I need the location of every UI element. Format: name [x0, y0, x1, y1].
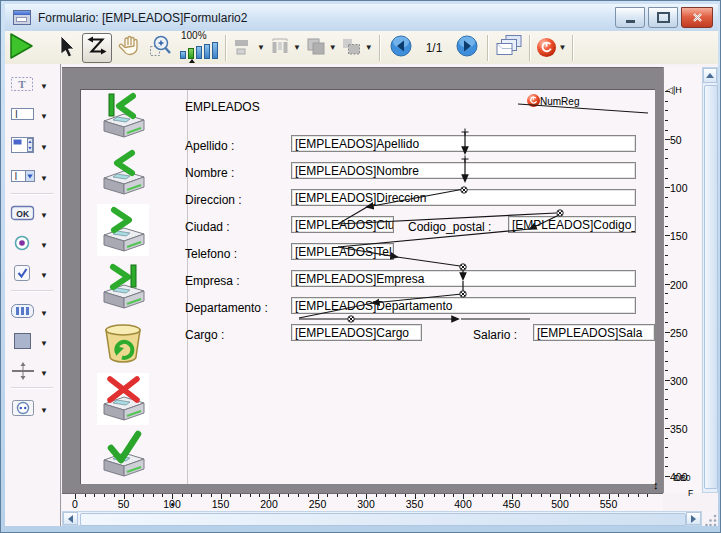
chevron-down-icon[interactable]: ▼ — [40, 143, 48, 152]
field-input-telefono[interactable]: [EMPLEADOS]Tel — [291, 243, 394, 260]
button-control-icon: OK — [10, 203, 36, 227]
palette-item-button-control[interactable]: OK▼ — [10, 204, 56, 226]
ruler-tick — [337, 494, 338, 497]
select-button[interactable] — [50, 33, 80, 63]
field-input-ciudad[interactable]: [EMPLEADOS]Ciu — [291, 216, 394, 233]
field-input-salario[interactable]: [EMPLEADOS]Sala — [533, 324, 655, 341]
chevron-down-icon[interactable]: ▼ — [257, 43, 265, 52]
reset-record-button[interactable] — [97, 317, 149, 369]
palette-item-button-group[interactable]: ▼ — [10, 302, 56, 324]
field-label-nombre[interactable]: Nombre : — [185, 166, 234, 180]
field-input-empresa[interactable]: [EMPLEADOS]Empresa — [291, 270, 636, 287]
chevron-down-icon[interactable]: ▼ — [40, 339, 48, 348]
scroll-left-button[interactable] — [63, 512, 78, 525]
cursor-position-marker — [171, 503, 174, 506]
chevron-down-icon[interactable]: ▼ — [40, 112, 48, 121]
run-button[interactable] — [6, 33, 36, 63]
form-surface[interactable]: EMPLEADOS NumReg Apellido :[EMPLEADOS]Ap… — [80, 89, 655, 484]
chevron-down-icon[interactable]: ▼ — [40, 174, 48, 183]
chevron-down-icon[interactable]: ▼ — [40, 241, 48, 250]
field-label-departamento[interactable]: Departamento : — [185, 301, 268, 315]
toolbar-separator — [487, 35, 489, 61]
palette-item-static-text[interactable]: T▼ — [10, 75, 56, 97]
field-input-departamento[interactable]: [EMPLEADOS]Departamento — [291, 297, 636, 314]
resize-grip-icon[interactable] — [705, 513, 718, 526]
numreg-icon[interactable] — [527, 94, 540, 107]
palette-item-list-box[interactable]: ▼ — [10, 136, 56, 158]
validate-record-button[interactable] — [97, 429, 149, 481]
horizontal-scrollbar[interactable] — [62, 511, 702, 526]
next-record-button[interactable] — [97, 204, 149, 256]
distribute-controls-button[interactable]: ▼ — [268, 33, 302, 63]
first-record-button[interactable] — [97, 90, 149, 142]
field-label-empresa[interactable]: Empresa : — [185, 274, 240, 288]
zoom-button[interactable] — [146, 33, 176, 63]
ruler-tick — [665, 178, 668, 179]
chevron-down-icon[interactable]: ▼ — [40, 309, 48, 318]
form-title[interactable]: EMPLEADOS — [185, 100, 260, 114]
field-input-codigo_postal[interactable]: [EMPLEADOS]Codigo_ — [508, 216, 636, 233]
size-controls-button[interactable]: ▼ — [340, 33, 374, 63]
vertical-scroll-thumb[interactable] — [704, 85, 718, 489]
chevron-down-icon[interactable]: ▼ — [40, 406, 48, 415]
last-record-button[interactable] — [97, 261, 149, 313]
palette-separator — [11, 193, 53, 195]
chevron-down-icon[interactable]: ▼ — [329, 43, 337, 52]
horizontal-scroll-thumb[interactable] — [80, 513, 686, 526]
field-input-direccion[interactable]: [EMPLEADOS]Direccion — [291, 189, 636, 206]
align-controls-button[interactable]: ▼ — [232, 33, 266, 63]
chevron-down-icon[interactable]: ▼ — [40, 82, 48, 91]
delete-record-icon — [97, 411, 149, 428]
field-input-cargo[interactable]: [EMPLEADOS]Cargo — [291, 324, 422, 341]
field-label-cargo[interactable]: Cargo : — [185, 328, 224, 342]
chevron-down-icon[interactable]: ▼ — [40, 271, 48, 280]
field-input-apellido[interactable]: [EMPLEADOS]Apellido — [291, 135, 636, 152]
previous-record-button[interactable] — [97, 147, 149, 199]
ruler-tick — [492, 494, 493, 497]
pan-button[interactable] — [114, 33, 144, 63]
palette-item-radio-button[interactable]: ▼ — [10, 234, 56, 256]
palette-item-splitter[interactable]: ▼ — [10, 362, 56, 384]
pages-button[interactable] — [494, 33, 524, 63]
ruler-tick — [162, 494, 163, 497]
zoom-level-label: 100% — [181, 31, 207, 41]
svg-text:T: T — [18, 78, 26, 90]
field-input-nombre[interactable]: [EMPLEADOS]Nombre — [291, 162, 636, 179]
previous-page-button[interactable] — [386, 33, 416, 63]
chevron-down-icon[interactable]: ▼ — [293, 43, 301, 52]
field-label-telefono[interactable]: Telefono : — [185, 247, 237, 261]
close-button[interactable] — [681, 7, 713, 28]
ruler-tick — [618, 494, 619, 497]
minimize-button[interactable] — [615, 7, 645, 28]
ruler-label: 250 — [309, 498, 327, 510]
edit-control-icon: I — [10, 104, 36, 128]
zoom-bars-icon[interactable] — [180, 42, 218, 59]
field-label-codigo_postal[interactable]: Codigo_postal : — [408, 220, 491, 234]
scroll-up-button[interactable] — [703, 68, 717, 83]
palette-item-combo-box[interactable]: I▼ — [10, 167, 56, 189]
palette-item-other-control[interactable]: ▼ — [10, 399, 56, 421]
numreg-label[interactable]: NumReg — [540, 96, 579, 107]
palette-item-edit-control[interactable]: I▼ — [10, 105, 56, 127]
next-page-button[interactable] — [452, 33, 482, 63]
restore-button[interactable] — [648, 7, 678, 28]
chevron-down-icon[interactable]: ▼ — [40, 211, 48, 220]
chevron-down-icon[interactable]: ▼ — [558, 43, 566, 52]
vertical-scrollbar[interactable] — [702, 67, 718, 493]
chevron-down-icon[interactable]: ▼ — [365, 43, 373, 52]
field-label-salario[interactable]: Salario : — [473, 328, 517, 342]
scroll-right-button[interactable] — [686, 512, 701, 525]
order-controls-button[interactable]: ▼ — [304, 33, 338, 63]
field-label-apellido[interactable]: Apellido : — [185, 139, 234, 153]
ruler-tick — [665, 120, 668, 121]
tab-order-button[interactable] — [82, 33, 112, 63]
palette-item-check-box[interactable]: ▼ — [10, 264, 56, 286]
data-source-button[interactable]: ▼ — [536, 33, 567, 63]
zoom-level-control[interactable]: 100% — [180, 31, 218, 63]
delete-record-button[interactable] — [97, 373, 149, 425]
chevron-down-icon[interactable]: ▼ — [40, 369, 48, 378]
field-label-ciudad[interactable]: Ciudad : — [185, 220, 230, 234]
field-label-direccion[interactable]: Direccion : — [185, 193, 242, 207]
palette-item-rectangle[interactable]: ▼ — [10, 332, 56, 354]
ruler-tick — [628, 494, 629, 497]
